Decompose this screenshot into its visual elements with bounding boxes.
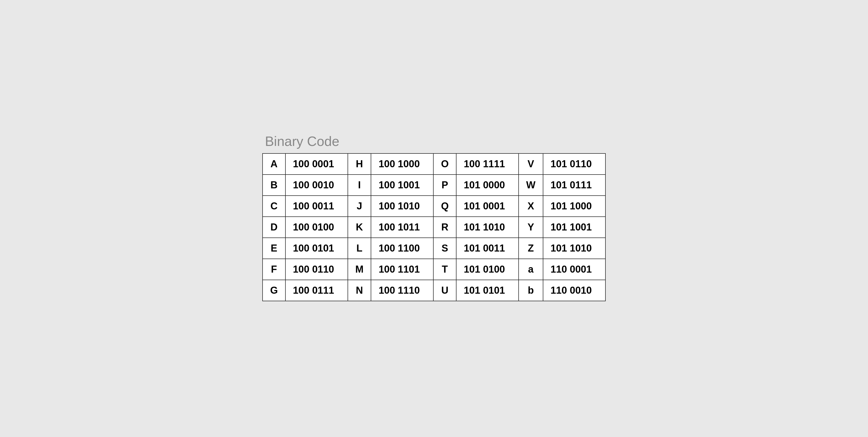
letter-cell: L	[348, 238, 371, 259]
code-cell: 101 1000	[543, 196, 606, 217]
letter-cell: Q	[433, 196, 456, 217]
code-cell: 101 0000	[456, 175, 519, 196]
code-cell: 101 0001	[456, 196, 519, 217]
code-cell: 100 0011	[285, 196, 348, 217]
letter-cell: G	[262, 280, 285, 301]
letter-cell: F	[262, 259, 285, 280]
code-cell: 101 1010	[456, 217, 519, 238]
code-cell: 100 0101	[285, 238, 348, 259]
letter-cell: C	[262, 196, 285, 217]
letter-cell: N	[348, 280, 371, 301]
code-cell: 100 1001	[371, 175, 433, 196]
code-cell: 100 1111	[456, 153, 519, 175]
letter-cell: I	[348, 175, 371, 196]
letter-cell: a	[519, 259, 543, 280]
page-container: Binary Code A100 0001H100 1000O100 1111V…	[254, 128, 614, 309]
letter-cell: V	[519, 153, 543, 175]
code-cell: 100 0110	[285, 259, 348, 280]
letter-cell: H	[348, 153, 371, 175]
table-row: D100 0100K100 1011R101 1010Y101 1001	[262, 217, 606, 238]
code-cell: 101 1010	[543, 238, 606, 259]
code-cell: 101 1001	[543, 217, 606, 238]
letter-cell: B	[262, 175, 285, 196]
letter-cell: A	[262, 153, 285, 175]
letter-cell: X	[519, 196, 543, 217]
table-row: G100 0111N100 1110U101 0101b110 0010	[262, 280, 606, 301]
code-cell: 100 1110	[371, 280, 433, 301]
table-row: C100 0011J100 1010Q101 0001X101 1000	[262, 196, 606, 217]
code-cell: 101 0011	[456, 238, 519, 259]
binary-table: A100 0001H100 1000O100 1111V101 0110B100…	[262, 153, 606, 301]
letter-cell: T	[433, 259, 456, 280]
letter-cell: M	[348, 259, 371, 280]
code-cell: 110 0001	[543, 259, 606, 280]
letter-cell: J	[348, 196, 371, 217]
letter-cell: b	[519, 280, 543, 301]
code-cell: 100 0100	[285, 217, 348, 238]
letter-cell: S	[433, 238, 456, 259]
letter-cell: O	[433, 153, 456, 175]
letter-cell: W	[519, 175, 543, 196]
code-cell: 100 1000	[371, 153, 433, 175]
table-row: E100 0101L100 1100S101 0011Z101 1010	[262, 238, 606, 259]
code-cell: 101 0101	[456, 280, 519, 301]
letter-cell: U	[433, 280, 456, 301]
table-row: B100 0010I100 1001P101 0000W101 0111	[262, 175, 606, 196]
code-cell: 100 1010	[371, 196, 433, 217]
letter-cell: P	[433, 175, 456, 196]
code-cell: 101 0111	[543, 175, 606, 196]
letter-cell: R	[433, 217, 456, 238]
letter-cell: Y	[519, 217, 543, 238]
code-cell: 101 0100	[456, 259, 519, 280]
letter-cell: E	[262, 238, 285, 259]
table-row: F100 0110M100 1101T101 0100a110 0001	[262, 259, 606, 280]
code-cell: 100 1011	[371, 217, 433, 238]
table-row: A100 0001H100 1000O100 1111V101 0110	[262, 153, 606, 175]
letter-cell: K	[348, 217, 371, 238]
code-cell: 100 0111	[285, 280, 348, 301]
code-cell: 100 1101	[371, 259, 433, 280]
code-cell: 100 0010	[285, 175, 348, 196]
code-cell: 100 1100	[371, 238, 433, 259]
page-title: Binary Code	[262, 134, 606, 149]
letter-cell: D	[262, 217, 285, 238]
code-cell: 110 0010	[543, 280, 606, 301]
letter-cell: Z	[519, 238, 543, 259]
code-cell: 100 0001	[285, 153, 348, 175]
code-cell: 101 0110	[543, 153, 606, 175]
